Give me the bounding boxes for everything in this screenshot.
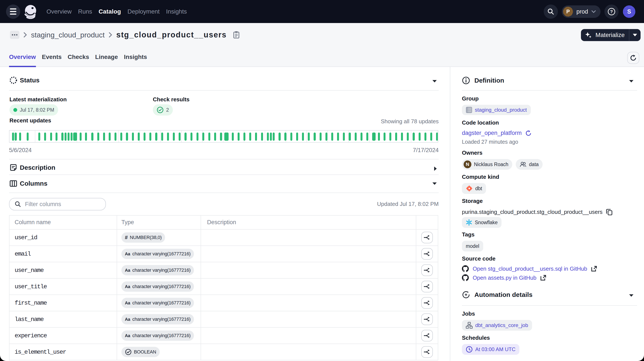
svg-text:?: ? [610, 9, 613, 14]
